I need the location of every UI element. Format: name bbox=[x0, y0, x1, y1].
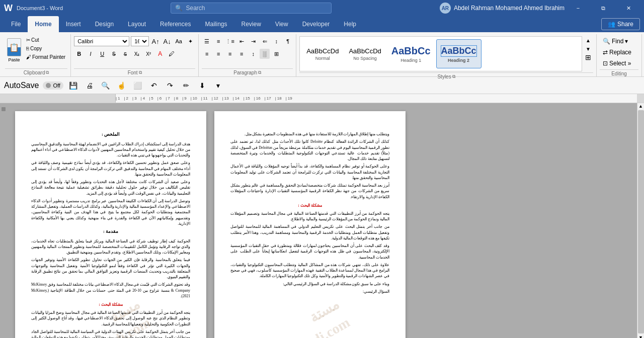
style-heading2[interactable]: AaBbCc Heading 2 bbox=[436, 39, 481, 68]
avatar: AR bbox=[440, 3, 451, 14]
select-icon: ⊡ bbox=[603, 60, 608, 67]
page-2-content: ويتطلب منها إطلاق المهارات اللازمة للاست… bbox=[230, 131, 389, 294]
font-expand-icon[interactable]: ⧉ bbox=[139, 70, 142, 75]
title-search-input[interactable] bbox=[186, 5, 327, 12]
draw-button[interactable]: ✏ bbox=[180, 79, 192, 92]
autosave-toggle[interactable]: Off bbox=[43, 81, 63, 90]
research-para-1: يتجه الحوكمة من أبرز التطبيقات التي قدمت… bbox=[31, 310, 190, 327]
p2-sec1-para3: وقد كثف البحث على أن المحاسبين يحتاجون ل… bbox=[230, 243, 389, 260]
show-marks-button[interactable]: ¶ bbox=[283, 36, 293, 46]
styles-expand-button[interactable]: ⊞ bbox=[584, 53, 592, 61]
line-spacing-button[interactable]: ↕ bbox=[248, 49, 258, 59]
copy-button[interactable]: ⎘ Copy bbox=[24, 45, 67, 52]
bold-button[interactable]: B bbox=[74, 49, 84, 59]
align-left-button[interactable]: ≡ bbox=[202, 49, 212, 59]
shading-button[interactable]: ░ bbox=[260, 49, 270, 59]
italic-button[interactable]: I bbox=[86, 49, 96, 59]
select-button[interactable]: ⊡ Select » bbox=[600, 58, 634, 68]
double-strikethrough-button[interactable]: S̶ bbox=[120, 49, 130, 59]
sort-button[interactable]: ↕ bbox=[271, 36, 281, 46]
paste-button[interactable]: 📋 Paste bbox=[5, 36, 23, 64]
paragraph-group: ☰ ≡ ⋮≡ ⇤ ⇥ ⇐ ↕ ¶ ≡ ≡ ≡ ≡ ↕ ░ ⊞ Paragraph… bbox=[199, 34, 296, 76]
format-painter-button[interactable]: 🖌 Format Painter bbox=[24, 53, 67, 61]
grow-font-button[interactable]: A↑ bbox=[150, 36, 160, 46]
style-normal[interactable]: AaBbCcDd Normal bbox=[302, 39, 343, 68]
redo-button[interactable]: ↷ bbox=[164, 79, 176, 92]
tab-review[interactable]: Review bbox=[234, 16, 268, 32]
share-button[interactable]: 👥 Share bbox=[601, 18, 640, 30]
tab-design[interactable]: Design bbox=[88, 16, 121, 32]
clipboard-expand-icon[interactable]: ⧉ bbox=[46, 70, 49, 75]
style-heading1[interactable]: AaBbCc Heading 1 bbox=[387, 39, 435, 68]
decrease-indent-button[interactable]: ⇤ bbox=[236, 36, 247, 46]
minimize-button[interactable]: − bbox=[567, 0, 590, 16]
restore-button[interactable]: ⧉ bbox=[592, 0, 615, 16]
align-center-button[interactable]: ≡ bbox=[213, 49, 223, 59]
page-marker-icon bbox=[2, 107, 6, 111]
print-button[interactable]: 🖨 bbox=[84, 79, 96, 92]
scroll-down-button[interactable]: ▼ bbox=[638, 334, 644, 338]
style-no-spacing[interactable]: AaBbCcDd No Spacing bbox=[344, 39, 385, 68]
styles-expand-icon[interactable]: ⧉ bbox=[452, 74, 455, 79]
numbering-button[interactable]: ≡ bbox=[213, 36, 223, 46]
tab-help[interactable]: Help bbox=[337, 16, 363, 32]
left-page-marker bbox=[0, 103, 7, 338]
tab-insert[interactable]: Insert bbox=[59, 16, 88, 32]
font-group: Calibri 16 A↑ A↓ Aa ✦ B I U S̶ S̶ X₂ X² … bbox=[71, 34, 199, 76]
font-color-button[interactable]: A bbox=[155, 49, 165, 59]
tab-view[interactable]: View bbox=[268, 16, 295, 32]
touch-mode-button[interactable]: ☝ bbox=[116, 79, 128, 92]
intro-para-3: وقد تحتوي الشركات التي قيّمت في مجال الذ… bbox=[31, 282, 190, 299]
replace-button[interactable]: ⇄ Replace bbox=[600, 47, 634, 57]
increase-indent-button[interactable]: ⇥ bbox=[248, 36, 258, 46]
share-icon: 👥 bbox=[608, 21, 615, 28]
clear-format-button[interactable]: ✦ bbox=[185, 36, 195, 46]
font-family-select[interactable]: Calibri bbox=[74, 36, 129, 46]
bullets-button[interactable]: ☰ bbox=[202, 36, 212, 46]
p2-para-1: كذلك أن الشركات الرائدة الفعالة كنظام De… bbox=[230, 139, 389, 161]
paragraph-expand-icon[interactable]: ⧉ bbox=[258, 70, 261, 75]
styles-arrows: ▲ ▼ ⊞ bbox=[583, 36, 593, 71]
save2-button[interactable]: ⬇ bbox=[196, 79, 208, 92]
title-search-box[interactable]: 🔍 bbox=[171, 3, 332, 14]
subscript-button[interactable]: X₂ bbox=[132, 49, 142, 59]
find-button[interactable]: 🔍 Find ▾ bbox=[600, 36, 631, 46]
tab-developer[interactable]: Developer bbox=[295, 16, 337, 32]
p2-sec1-para1: يتجه الحوكمة من أبرز التطبيقات التي قدمت… bbox=[230, 211, 389, 222]
save-button[interactable]: 💾 bbox=[67, 79, 79, 92]
more-button[interactable]: ▾ bbox=[212, 79, 224, 92]
tab-layout[interactable]: Layout bbox=[121, 16, 153, 32]
tab-file[interactable]: File bbox=[4, 16, 28, 32]
scroll-thumb[interactable] bbox=[638, 110, 644, 333]
shrink-font-button[interactable]: A↓ bbox=[162, 36, 172, 46]
crop-button[interactable]: ⬜ bbox=[132, 79, 144, 92]
p2-para-3: أبرز بعد المحاسبة الحوكمة تمتلك شركات مت… bbox=[230, 183, 389, 200]
borders-button[interactable]: ⊞ bbox=[271, 49, 281, 59]
underline-button[interactable]: U bbox=[97, 49, 107, 59]
highlight-button[interactable]: 🖊 bbox=[167, 49, 177, 59]
superscript-button[interactable]: X² bbox=[143, 49, 153, 59]
rtl-button[interactable]: ⇐ bbox=[260, 36, 270, 46]
align-right-button[interactable]: ≡ bbox=[225, 49, 235, 59]
cut-button[interactable]: ✂ Cut bbox=[24, 36, 67, 44]
tab-references[interactable]: References bbox=[153, 16, 198, 32]
scroll-up-button[interactable]: ▲ bbox=[638, 103, 644, 109]
multilevel-button[interactable]: ⋮≡ bbox=[225, 36, 235, 46]
search-icon: 🔍 bbox=[175, 5, 183, 12]
doc-scroll-area[interactable]: مستةabtstadi.com الملخص : هدف الدراسة إل… bbox=[7, 103, 637, 338]
search-doc-button[interactable]: 🔍 bbox=[100, 79, 112, 92]
abstract-para-1: هدف الدراسة إلى استكشاف إدراك الطلاب الر… bbox=[31, 141, 190, 158]
tab-mailings[interactable]: Mailings bbox=[198, 16, 234, 32]
undo-button[interactable]: ↶ bbox=[148, 79, 160, 92]
close-button[interactable]: ✕ bbox=[617, 0, 640, 16]
change-case-button[interactable]: Aa bbox=[174, 36, 184, 46]
ribbon-content: 📋 Paste ✂ Cut ⎘ Copy 🖌 Format Painter C bbox=[0, 32, 644, 77]
vertical-scrollbar[interactable]: ▲ ▼ bbox=[637, 103, 644, 338]
font-size-select[interactable]: 16 bbox=[131, 36, 149, 46]
styles-up-button[interactable]: ▲ bbox=[584, 36, 592, 44]
justify-button[interactable]: ≡ bbox=[236, 49, 247, 59]
p2-sec1-para6: السؤال الرئيسي: bbox=[230, 289, 389, 294]
styles-down-button[interactable]: ▼ bbox=[584, 45, 592, 53]
tab-home[interactable]: Home bbox=[28, 16, 58, 32]
strikethrough-button[interactable]: S̶ bbox=[109, 49, 119, 59]
